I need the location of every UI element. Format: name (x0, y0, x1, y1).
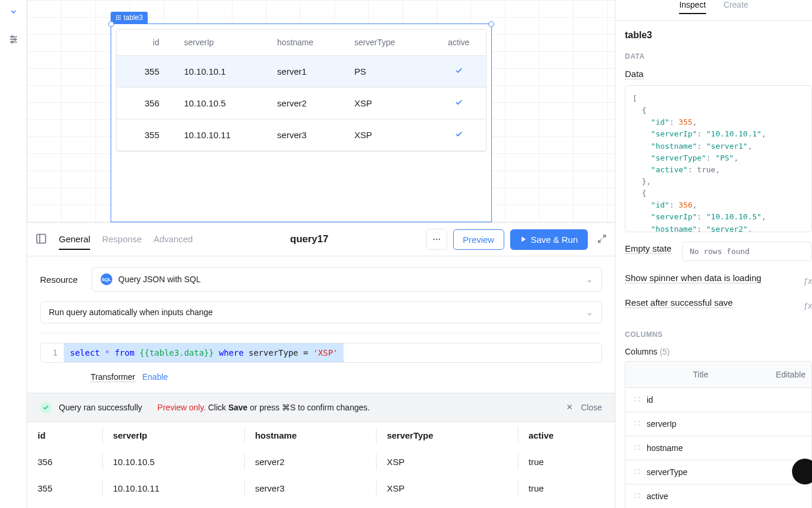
svg-point-27 (635, 400, 636, 402)
tab-response[interactable]: Response (102, 229, 142, 250)
close-icon[interactable] (565, 403, 574, 413)
fx-icon[interactable]: ƒx (803, 301, 812, 310)
column-header[interactable]: serverIp (177, 29, 270, 56)
data-json-viewer[interactable]: [ { "id": 355, "serverIp": "10.10.10.1",… (625, 85, 812, 232)
svg-point-31 (635, 425, 636, 426)
resize-handle[interactable] (488, 21, 494, 27)
column-config-item[interactable]: active (625, 484, 812, 508)
drag-grip-icon[interactable] (634, 395, 641, 405)
svg-point-25 (635, 397, 636, 398)
svg-point-34 (638, 445, 640, 446)
svg-point-6 (116, 15, 117, 16)
expand-icon[interactable] (597, 234, 607, 245)
resource-select[interactable]: SQL Query JSON with SQL ⌄ (92, 267, 602, 292)
resource-label: Resource (40, 275, 81, 285)
column-header[interactable]: hostname (270, 29, 347, 56)
preview-button[interactable]: Preview (453, 229, 504, 250)
svg-point-7 (118, 15, 119, 16)
drag-grip-icon[interactable] (634, 419, 641, 429)
svg-point-29 (635, 421, 636, 422)
transformer-label: Transformer (91, 372, 135, 382)
component-label[interactable]: table3 (111, 12, 148, 24)
tab-inspect[interactable]: Inspect (679, 0, 705, 14)
svg-point-4 (14, 39, 15, 41)
collapse-panel-button[interactable] (5, 4, 22, 20)
column-config-item[interactable]: serverType (625, 460, 812, 484)
column-header: serverType (376, 422, 518, 449)
svg-point-11 (119, 17, 121, 18)
drag-grip-icon[interactable] (634, 443, 641, 453)
empty-state-input[interactable]: No rows found (682, 242, 812, 261)
canvas[interactable]: table3 idserverIphostnameserverTypeactiv… (27, 0, 615, 222)
sql-editor[interactable]: 1 select * from {{table3.data}} where se… (40, 343, 602, 363)
reset-after-save-label: Reset after successful save (625, 298, 733, 308)
svg-point-14 (119, 19, 121, 20)
more-options-button[interactable] (426, 229, 447, 250)
column-config-item[interactable]: hostname (625, 436, 812, 460)
settings-sliders-icon[interactable] (8, 34, 19, 46)
columns-label: Columns (625, 347, 657, 356)
svg-point-9 (116, 17, 117, 18)
svg-point-5 (11, 41, 13, 43)
results-table: idserverIphostnameserverTypeactive 35610… (27, 422, 615, 502)
success-check-icon (40, 402, 52, 413)
svg-point-3 (11, 36, 13, 38)
svg-point-12 (116, 19, 117, 20)
tab-advanced[interactable]: Advanced (154, 229, 193, 250)
drag-grip-icon[interactable] (634, 492, 641, 501)
drag-grip-icon (115, 15, 121, 21)
column-header: active (518, 422, 615, 449)
close-button[interactable]: Close (581, 403, 602, 412)
column-config-item[interactable]: serverIp (625, 412, 812, 436)
svg-point-17 (433, 239, 435, 240)
chevron-down-icon: ⌄ (586, 308, 593, 317)
table-row[interactable]: 35610.10.10.5server2XSP (117, 88, 486, 119)
svg-point-42 (638, 493, 640, 494)
column-header[interactable]: active (431, 29, 486, 56)
sql-icon: SQL (101, 273, 112, 285)
svg-marker-20 (521, 237, 525, 242)
tab-create[interactable]: Create (724, 0, 748, 14)
columns-count: (5) (660, 347, 670, 356)
svg-point-32 (638, 425, 640, 426)
table-row: 35610.10.10.5server2XSPtrue (27, 449, 615, 475)
svg-line-21 (603, 235, 605, 238)
column-header: serverIp (102, 422, 245, 449)
svg-point-43 (635, 497, 636, 498)
svg-point-10 (118, 17, 119, 18)
tab-general[interactable]: General (59, 229, 90, 250)
column-header[interactable]: serverType (347, 29, 431, 56)
svg-point-18 (435, 239, 437, 240)
trigger-select[interactable]: Run query automatically when inputs chan… (40, 301, 602, 323)
component-name: table3 (124, 14, 143, 22)
column-header: id (27, 422, 102, 449)
drag-grip-icon[interactable] (634, 467, 641, 477)
chevron-down-icon: ⌄ (586, 275, 593, 284)
panel-layout-icon[interactable] (35, 233, 47, 246)
query-name[interactable]: query17 (205, 233, 414, 245)
save-run-button[interactable]: Save & Run (510, 229, 588, 250)
table-row[interactable]: 35510.10.10.11server3XSP (117, 119, 486, 151)
svg-point-37 (635, 469, 636, 470)
table-component[interactable]: idserverIphostnameserverTypeactive 35510… (111, 24, 492, 222)
table-row[interactable]: 35510.10.10.1server1PS (117, 56, 486, 88)
svg-point-8 (119, 15, 121, 16)
columns-table-header: Title Editable (625, 361, 812, 388)
svg-point-38 (638, 469, 640, 470)
svg-point-40 (638, 473, 640, 474)
enable-transformer-link[interactable]: Enable (142, 372, 168, 382)
svg-rect-15 (37, 234, 46, 243)
svg-point-30 (638, 421, 640, 422)
column-header[interactable]: id (117, 29, 177, 56)
inspector-title: table3 (625, 30, 812, 41)
column-header: hostname (244, 422, 376, 449)
svg-point-13 (118, 19, 119, 20)
resize-handle[interactable] (108, 21, 114, 27)
svg-point-39 (635, 473, 636, 474)
column-config-item[interactable]: id (625, 388, 812, 412)
columns-section-label: COLUMNS (625, 330, 812, 339)
fx-icon[interactable]: ƒx (803, 276, 812, 286)
svg-point-35 (635, 449, 636, 450)
play-icon (520, 236, 527, 243)
status-bar: Query ran successfully Preview only. Cli… (27, 393, 615, 422)
